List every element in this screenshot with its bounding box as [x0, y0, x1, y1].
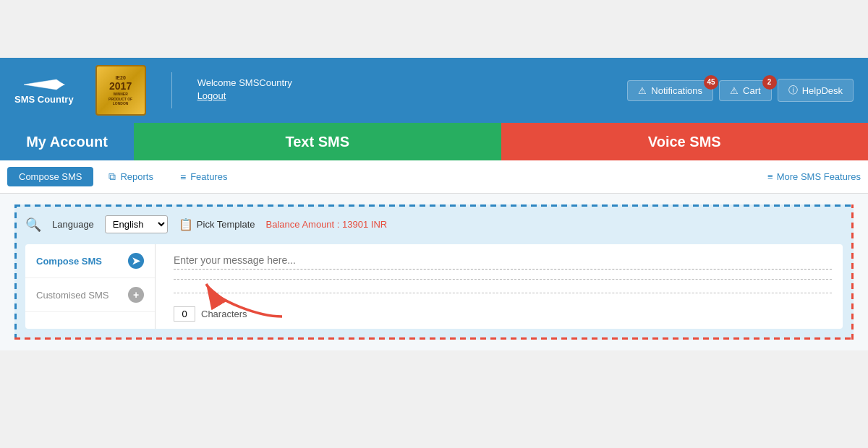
- welcome-area: Welcome SMSCountry Logout: [197, 77, 292, 103]
- balance-amount: Balance Amount : 13901 INR: [266, 219, 388, 230]
- sub-nav: Compose SMS ⧉ Reports ≡ Features ≡ More …: [0, 160, 868, 194]
- customised-sms-add-btn[interactable]: +: [128, 287, 144, 303]
- logout-link[interactable]: Logout: [197, 90, 226, 101]
- features-icon: ≡: [180, 171, 186, 183]
- reports-button[interactable]: ⧉ Reports: [97, 166, 165, 187]
- language-label: Language: [52, 219, 94, 230]
- cart-badge: 2: [762, 75, 777, 90]
- language-select[interactable]: English Hindi Tamil Telugu Kannada: [105, 215, 168, 233]
- tab-my-account[interactable]: My Account: [0, 123, 134, 160]
- tab-text-sms[interactable]: Text SMS: [134, 123, 501, 160]
- message-area: 0 Characters: [163, 244, 843, 329]
- compose-sms-button[interactable]: Compose SMS: [7, 167, 93, 186]
- compose-container: 🔍 Language English Hindi Tamil Telugu Ka…: [14, 204, 854, 340]
- pick-template-button[interactable]: 📋 Pick Template: [179, 217, 255, 231]
- char-count-row: 0 Characters: [174, 306, 832, 322]
- features-button[interactable]: ≡ Features: [169, 167, 239, 187]
- info-icon: ⓘ: [788, 84, 798, 97]
- helpdesk-label: HelpDesk: [802, 85, 843, 96]
- message-input[interactable]: [174, 251, 832, 270]
- cart-button[interactable]: ⚠ Cart 2: [719, 80, 772, 101]
- reports-icon: ⧉: [109, 171, 116, 183]
- nav-tabs: My Account Text SMS Voice SMS: [0, 123, 868, 160]
- language-search-icon: 🔍: [25, 217, 41, 233]
- notifications-badge: 45: [704, 75, 718, 90]
- brand-name: SMS Country: [14, 94, 74, 105]
- cart-icon: ⚠: [730, 85, 739, 96]
- nav-tabs-container: My Account Text SMS Voice SMS: [0, 123, 868, 160]
- customised-sms-sidebar-item[interactable]: Customised SMS +: [25, 278, 155, 312]
- template-icon: 📋: [179, 217, 193, 231]
- compose-sms-add-btn[interactable]: ➤: [128, 253, 144, 269]
- award-badge: IE20 2017 WINNER PRODUCT OF LONDON: [95, 65, 146, 116]
- logo-icon: [20, 77, 67, 92]
- cart-label: Cart: [743, 85, 761, 96]
- header: SMS Country IE20 2017 WINNER PRODUCT OF …: [0, 58, 868, 123]
- message-divider2: [174, 293, 832, 293]
- char-count: 0: [174, 306, 195, 322]
- header-divider: [171, 72, 172, 108]
- compose-sms-sidebar-item[interactable]: Compose SMS ➤: [25, 244, 155, 278]
- notifications-label: Notifications: [651, 85, 702, 96]
- more-features-icon: ≡: [767, 171, 773, 182]
- compose-body: Compose SMS ➤ Customised SMS + 0 Charact…: [25, 244, 843, 329]
- compose-sidebar: Compose SMS ➤ Customised SMS +: [25, 244, 156, 329]
- header-right: ⚠ Notifications 45 ⚠ Cart 2 ⓘ HelpDesk: [627, 79, 854, 102]
- logo-area: SMS Country: [14, 77, 74, 105]
- main-content: 🔍 Language English Hindi Tamil Telugu Ka…: [0, 194, 868, 350]
- welcome-text: Welcome SMSCountry: [197, 77, 292, 88]
- notifications-button[interactable]: ⚠ Notifications 45: [627, 80, 713, 101]
- compose-top-bar: 🔍 Language English Hindi Tamil Telugu Ka…: [25, 215, 843, 233]
- alert-icon: ⚠: [638, 85, 647, 96]
- message-divider: [174, 279, 832, 280]
- helpdesk-button[interactable]: ⓘ HelpDesk: [778, 79, 854, 102]
- tab-voice-sms[interactable]: Voice SMS: [501, 123, 869, 160]
- characters-label: Characters: [201, 309, 247, 319]
- more-features-button[interactable]: ≡ More SMS Features: [767, 171, 861, 182]
